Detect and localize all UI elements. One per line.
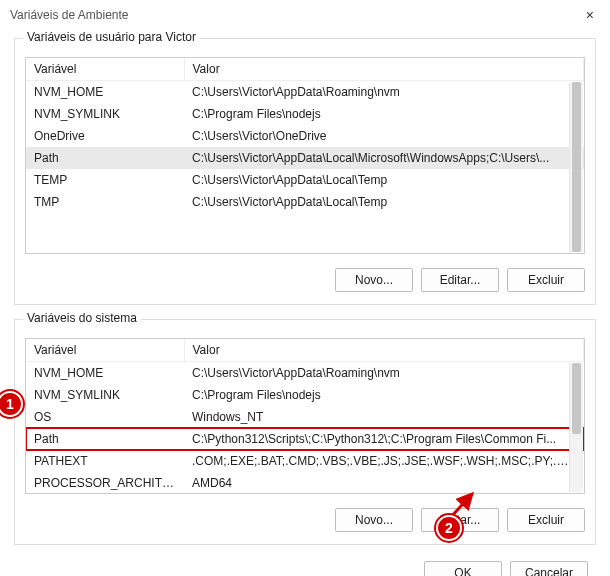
var-name: NVM_HOME: [26, 362, 184, 385]
var-name: NVM_SYMLINK: [26, 103, 184, 125]
system-group-legend: Variáveis do sistema: [23, 311, 141, 325]
scrollbar[interactable]: [569, 82, 583, 252]
ok-button[interactable]: OK: [424, 561, 502, 576]
var-name: Path: [26, 147, 184, 169]
var-value: C:\Python312\Scripts\;C:\Python312\;C:\P…: [184, 428, 584, 450]
annotation-badge-2: 2: [436, 515, 462, 541]
close-icon[interactable]: ×: [580, 7, 600, 23]
var-value: C:\Users\Victor\AppData\Local\Temp: [184, 169, 584, 191]
table-row[interactable]: NVM_SYMLINKC:\Program Files\nodejs: [26, 103, 584, 125]
table-row[interactable]: PathC:\Users\Victor\AppData\Local\Micros…: [26, 147, 584, 169]
var-name: TEMP: [26, 169, 184, 191]
var-value: C:\Users\Victor\AppData\Roaming\nvm: [184, 362, 584, 385]
new-button[interactable]: Novo...: [335, 268, 413, 292]
var-name: OS: [26, 406, 184, 428]
system-vars-group: Variáveis do sistema Variável Valor NVM_…: [14, 319, 596, 545]
system-table-wrap: Variável Valor NVM_HOMEC:\Users\Victor\A…: [25, 338, 585, 494]
col-value[interactable]: Valor: [184, 58, 584, 81]
scroll-thumb[interactable]: [572, 82, 581, 252]
user-table-wrap: Variável Valor NVM_HOMEC:\Users\Victor\A…: [25, 57, 585, 254]
delete-button[interactable]: Excluir: [507, 508, 585, 532]
table-row[interactable]: PATHEXT.COM;.EXE;.BAT;.CMD;.VBS;.VBE;.JS…: [26, 450, 584, 472]
table-row[interactable]: NVM_SYMLINKC:\Program Files\nodejs: [26, 384, 584, 406]
user-group-legend: Variáveis de usuário para Victor: [23, 30, 200, 44]
var-name: PROCESSOR_ARCHITECTURE: [26, 472, 184, 494]
table-row[interactable]: OSWindows_NT: [26, 406, 584, 428]
cancel-button[interactable]: Cancelar: [510, 561, 588, 576]
var-name: OneDrive: [26, 125, 184, 147]
table-row[interactable]: OneDriveC:\Users\Victor\OneDrive: [26, 125, 584, 147]
var-name: TMP: [26, 191, 184, 213]
var-value: C:\Program Files\nodejs: [184, 384, 584, 406]
var-name: NVM_HOME: [26, 81, 184, 104]
user-vars-table[interactable]: Variável Valor NVM_HOMEC:\Users\Victor\A…: [26, 58, 584, 213]
user-buttons: Novo... Editar... Excluir: [25, 268, 585, 292]
col-variable[interactable]: Variável: [26, 339, 184, 362]
table-row[interactable]: NVM_HOMEC:\Users\Victor\AppData\Roaming\…: [26, 81, 584, 104]
scrollbar[interactable]: [569, 363, 583, 492]
system-buttons: Novo... Editar... Excluir: [25, 508, 585, 532]
table-row[interactable]: NVM_HOMEC:\Users\Victor\AppData\Roaming\…: [26, 362, 584, 385]
var-value: C:\Users\Victor\AppData\Roaming\nvm: [184, 81, 584, 104]
table-row[interactable]: PROCESSOR_ARCHITECTUREAMD64: [26, 472, 584, 494]
table-row[interactable]: TEMPC:\Users\Victor\AppData\Local\Temp: [26, 169, 584, 191]
system-vars-table[interactable]: Variável Valor NVM_HOMEC:\Users\Victor\A…: [26, 339, 584, 494]
delete-button[interactable]: Excluir: [507, 268, 585, 292]
scroll-thumb[interactable]: [572, 363, 581, 434]
var-name: PATHEXT: [26, 450, 184, 472]
dialog-buttons: OK Cancelar: [0, 561, 588, 576]
col-value[interactable]: Valor: [184, 339, 584, 362]
var-value: C:\Users\Victor\OneDrive: [184, 125, 584, 147]
var-value: AMD64: [184, 472, 584, 494]
window-title: Variáveis de Ambiente: [10, 8, 129, 22]
var-value: Windows_NT: [184, 406, 584, 428]
col-variable[interactable]: Variável: [26, 58, 184, 81]
var-name: NVM_SYMLINK: [26, 384, 184, 406]
new-button[interactable]: Novo...: [335, 508, 413, 532]
var-value: .COM;.EXE;.BAT;.CMD;.VBS;.VBE;.JS;.JSE;.…: [184, 450, 584, 472]
var-value: C:\Program Files\nodejs: [184, 103, 584, 125]
var-value: C:\Users\Victor\AppData\Local\Temp: [184, 191, 584, 213]
var-name: Path: [26, 428, 184, 450]
table-row[interactable]: PathC:\Python312\Scripts\;C:\Python312\;…: [26, 428, 584, 450]
user-vars-group: Variáveis de usuário para Victor Variáve…: [14, 38, 596, 305]
edit-button[interactable]: Editar...: [421, 268, 499, 292]
var-value: C:\Users\Victor\AppData\Local\Microsoft\…: [184, 147, 584, 169]
table-row[interactable]: TMPC:\Users\Victor\AppData\Local\Temp: [26, 191, 584, 213]
titlebar: Variáveis de Ambiente ×: [0, 0, 610, 30]
